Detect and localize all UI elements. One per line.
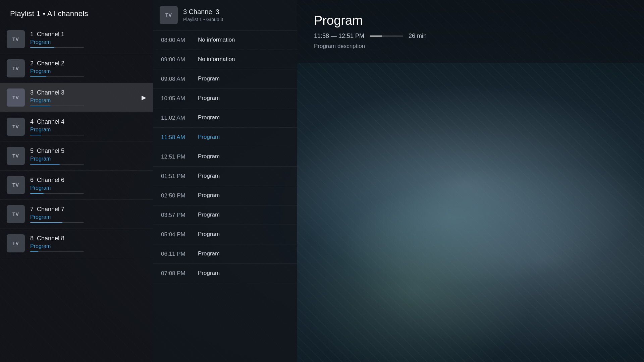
channel-progress-5 (30, 164, 84, 165)
channel-progress-fill-5 (30, 164, 60, 165)
channel-progress-4 (30, 135, 84, 135)
channel-program-3: Program (30, 98, 138, 104)
epg-item-4[interactable]: 11:02 AM Program (153, 108, 297, 128)
channel-progress-fill-7 (30, 222, 62, 223)
epg-time-3: 10:05 AM (161, 95, 198, 102)
channel-program-6: Program (30, 185, 146, 191)
epg-item-9[interactable]: 03:57 PM Program (153, 205, 297, 225)
channel-progress-1 (30, 47, 84, 48)
channel-progress-fill-2 (30, 76, 46, 77)
epg-time-4: 11:02 AM (161, 114, 198, 121)
epg-title-6: Program (198, 153, 289, 160)
channel-progress-fill-1 (30, 47, 54, 48)
channel-program-2: Program (30, 68, 146, 74)
channel-progress-2 (30, 76, 84, 77)
epg-title-12: Program (198, 270, 289, 277)
channel-info-1: 1 Channel 1 Program (30, 31, 146, 48)
epg-item-8[interactable]: 02:50 PM Program (153, 186, 297, 205)
channel-name-4: 4 Channel 4 (30, 118, 146, 125)
info-time-range: 11:58 — 12:51 PM (314, 33, 364, 40)
epg-time-9: 03:57 PM (161, 212, 198, 219)
channel-program-5: Program (30, 156, 146, 162)
channel-progress-fill-8 (30, 251, 38, 252)
epg-time-1: 09:00 AM (161, 56, 198, 63)
sidebar: Playlist 1 • All channels TV 1 Channel 1… (0, 0, 153, 362)
epg-title-9: Program (198, 212, 289, 218)
channel-icon-1: TV (7, 30, 25, 48)
channel-item-3[interactable]: TV 3 Channel 3 Program ▶ (0, 83, 153, 112)
epg-title-5: Program (198, 134, 289, 140)
channel-name-3: 3 Channel 3 (30, 89, 138, 96)
channel-program-7: Program (30, 214, 146, 220)
info-time-row: 11:58 — 12:51 PM 26 min (314, 33, 627, 40)
channel-icon-7: TV (7, 205, 25, 223)
epg-channel-name: 3 Channel 3 (183, 8, 223, 16)
channel-name-8: 8 Channel 8 (30, 235, 146, 242)
epg-channel-meta: Playlist 1 • Group 3 (183, 17, 223, 22)
epg-item-12[interactable]: 07:08 PM Program (153, 264, 297, 283)
channel-name-1: 1 Channel 1 (30, 31, 146, 38)
epg-item-2[interactable]: 09:08 AM Program (153, 69, 297, 89)
channel-info-3: 3 Channel 3 Program (30, 89, 138, 106)
channel-icon-8: TV (7, 234, 25, 252)
epg-header: TV 3 Channel 3 Playlist 1 • Group 3 (153, 0, 297, 31)
epg-title-10: Program (198, 231, 289, 238)
epg-title-0: No information (198, 37, 289, 43)
channel-item-6[interactable]: TV 6 Channel 6 Program (0, 171, 153, 200)
channel-info-4: 4 Channel 4 Program (30, 118, 146, 135)
channel-icon-4: TV (7, 118, 25, 136)
channel-item-7[interactable]: TV 7 Channel 7 Program (0, 200, 153, 229)
channel-item-5[interactable]: TV 5 Channel 5 Program (0, 141, 153, 171)
channel-program-8: Program (30, 243, 146, 249)
channel-info-7: 7 Channel 7 Program (30, 206, 146, 223)
channel-name-2: 2 Channel 2 (30, 60, 146, 67)
epg-title-1: No information (198, 56, 289, 63)
epg-title-3: Program (198, 95, 289, 102)
info-progress-bar (370, 36, 403, 37)
play-indicator: ▶ (142, 94, 146, 101)
channel-item-8[interactable]: TV 8 Channel 8 Program (0, 229, 153, 258)
channel-progress-6 (30, 193, 84, 194)
info-duration: 26 min (409, 33, 427, 40)
sidebar-title: Playlist 1 • All channels (10, 9, 88, 18)
epg-time-0: 08:00 AM (161, 37, 198, 44)
epg-item-5[interactable]: 11:58 AM Program (153, 128, 297, 147)
epg-item-6[interactable]: 12:51 PM Program (153, 147, 297, 167)
epg-time-7: 01:51 PM (161, 173, 198, 180)
epg-time-12: 07:08 PM (161, 270, 198, 277)
epg-title-7: Program (198, 173, 289, 179)
info-description: Program description (314, 43, 627, 50)
epg-item-7[interactable]: 01:51 PM Program (153, 167, 297, 186)
epg-item-1[interactable]: 09:00 AM No information (153, 50, 297, 69)
channel-info-8: 8 Channel 8 Program (30, 235, 146, 252)
channel-icon-5: TV (7, 147, 25, 165)
epg-channel-info: 3 Channel 3 Playlist 1 • Group 3 (183, 8, 223, 22)
info-progress-fill (370, 36, 382, 37)
channel-name-6: 6 Channel 6 (30, 177, 146, 184)
channel-progress-fill-6 (30, 193, 44, 194)
channel-progress-fill-3 (30, 106, 51, 106)
info-panel: Program 11:58 — 12:51 PM 26 min Program … (297, 0, 644, 63)
epg-item-3[interactable]: 10:05 AM Program (153, 89, 297, 108)
channel-progress-fill-4 (30, 135, 41, 135)
channel-name-5: 5 Channel 5 (30, 147, 146, 155)
epg-time-2: 09:08 AM (161, 75, 198, 82)
channel-info-5: 5 Channel 5 Program (30, 147, 146, 165)
epg-item-10[interactable]: 05:04 PM Program (153, 225, 297, 244)
epg-panel: TV 3 Channel 3 Playlist 1 • Group 3 08:0… (153, 0, 297, 362)
channel-list: TV 1 Channel 1 Program TV 2 Channel 2 Pr… (0, 25, 153, 362)
epg-title-4: Program (198, 114, 289, 121)
channel-program-1: Program (30, 39, 146, 45)
channel-icon-2: TV (7, 59, 25, 77)
epg-time-5: 11:58 AM (161, 134, 198, 141)
channel-item-2[interactable]: TV 2 Channel 2 Program (0, 54, 153, 83)
channel-program-4: Program (30, 127, 146, 133)
channel-icon-3: TV (7, 88, 25, 107)
channel-info-2: 2 Channel 2 Program (30, 60, 146, 77)
channel-item-1[interactable]: TV 1 Channel 1 Program (0, 25, 153, 54)
epg-item-11[interactable]: 06:11 PM Program (153, 244, 297, 264)
channel-item-4[interactable]: TV 4 Channel 4 Program (0, 112, 153, 141)
epg-item-0[interactable]: 08:00 AM No information (153, 31, 297, 50)
channel-info-6: 6 Channel 6 Program (30, 177, 146, 194)
epg-title-11: Program (198, 250, 289, 257)
